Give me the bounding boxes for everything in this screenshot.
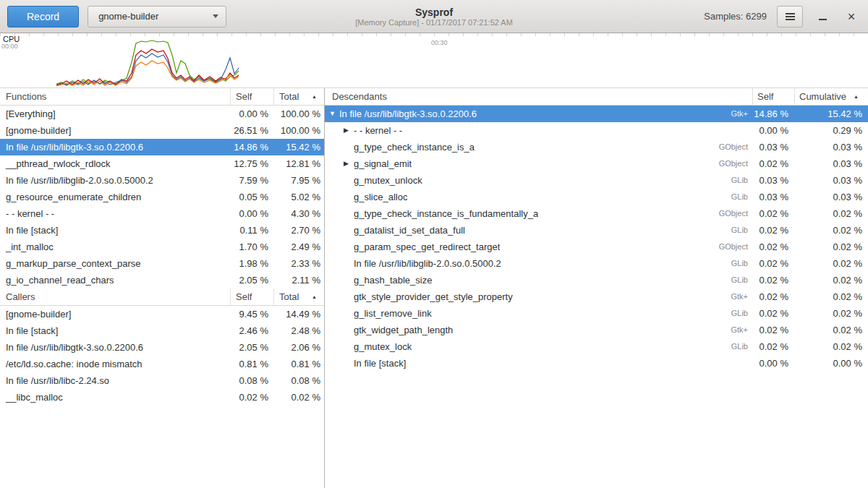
callers-table-row[interactable]: In file /usr/lib/libc-2.24.so0.08 %0.08 …: [0, 372, 324, 389]
descendants-table-row[interactable]: g_list_remove_linkGLib0.02 %0.02 %: [325, 305, 868, 322]
descendants-table-row[interactable]: g_type_check_instance_is_aGObject0.03 %0…: [325, 139, 868, 155]
descendants-table-row[interactable]: ▶- - kernel - -0.00 %0.29 %: [325, 122, 868, 139]
close-button[interactable]: ×: [842, 7, 861, 26]
function-name: g_io_channel_read_chars: [0, 272, 230, 288]
functions-table-row[interactable]: g_io_channel_read_chars2.05 %2.11 %: [0, 272, 324, 288]
right-panel: Descendants Self Cumulative ▲ ▼In file /…: [325, 88, 868, 488]
callers-column-header[interactable]: Callers: [0, 288, 230, 305]
self-value: 0.02 %: [752, 288, 794, 305]
headerbar-right: Samples: 6299 ×: [704, 6, 861, 27]
total-value: 0.08 %: [273, 372, 324, 389]
function-name: In file /usr/lib/libglib-2.0.so.0.5000.2: [0, 172, 230, 189]
record-button[interactable]: Record: [7, 6, 79, 27]
descendants-table-row[interactable]: In file [stack]0.00 %0.00 %: [325, 355, 868, 372]
callers-self-column-header[interactable]: Self: [230, 288, 273, 305]
menu-button[interactable]: [777, 6, 803, 27]
library-badge: GObject: [719, 205, 752, 222]
functions-total-column-label: Total: [279, 88, 299, 105]
library-badge: Gtk+: [731, 288, 752, 305]
self-value: 0.02 %: [752, 255, 794, 272]
callers-table-row[interactable]: /etc/ld.so.cache: inode mismatch0.81 %0.…: [0, 356, 324, 372]
functions-table: [Everything]0.00 %100.00 %[gnome-builder…: [0, 106, 324, 288]
function-name: g_type_check_instance_is_a: [354, 139, 475, 155]
function-name: [gnome-builder]: [0, 122, 230, 139]
self-value: 0.81 %: [230, 356, 273, 372]
self-value: 1.70 %: [230, 239, 273, 255]
callers-table-row[interactable]: [gnome-builder]9.45 %14.49 %: [0, 306, 324, 322]
descendants-table-row[interactable]: g_mutex_unlockGLib0.03 %0.03 %: [325, 172, 868, 189]
library-badge: GLib: [731, 172, 752, 189]
cpu-graph[interactable]: CPU 00:00 00:30: [0, 33, 868, 88]
self-value: 0.00 %: [752, 355, 794, 372]
self-value: 2.46 %: [230, 322, 273, 339]
descendants-self-column-header[interactable]: Self: [752, 88, 794, 105]
callers-table-row[interactable]: __libc_malloc0.02 %0.02 %: [0, 389, 324, 406]
functions-total-column-header[interactable]: Total ▲: [273, 88, 324, 105]
functions-table-row[interactable]: - - kernel - -0.00 %4.30 %: [0, 205, 324, 222]
functions-table-header: Functions Self Total ▲: [0, 88, 324, 106]
descendants-table-row[interactable]: g_mutex_lockGLib0.02 %0.02 %: [325, 338, 868, 355]
cumulative-value: 15.42 %: [794, 106, 868, 122]
library-badge: GLib: [731, 338, 752, 355]
self-value: 0.03 %: [752, 139, 794, 155]
function-name: g_datalist_id_set_data_full: [354, 222, 465, 239]
descendants-column-header[interactable]: Descendants: [325, 88, 752, 105]
time-label-start: 00:00: [1, 43, 18, 50]
descendants-table-row[interactable]: g_slice_allocGLib0.03 %0.03 %: [325, 189, 868, 205]
callers-total-column-header[interactable]: Total ▲: [273, 288, 324, 305]
function-name: g_resource_enumerate_children: [0, 189, 230, 205]
functions-table-row[interactable]: g_resource_enumerate_children0.05 %5.02 …: [0, 189, 324, 205]
total-value: 2.33 %: [273, 255, 324, 272]
function-name: g_markup_parse_context_parse: [0, 255, 230, 272]
self-value: 0.11 %: [230, 222, 273, 239]
total-value: 0.81 %: [273, 356, 324, 372]
self-value: 0.02 %: [752, 305, 794, 322]
cumulative-value: 0.03 %: [794, 189, 868, 205]
functions-table-row[interactable]: __pthread_rwlock_rdlock12.75 %12.81 %: [0, 155, 324, 172]
minimize-button[interactable]: [813, 7, 832, 26]
library-badge: Gtk+: [731, 106, 752, 122]
functions-self-column-header[interactable]: Self: [230, 88, 273, 105]
tree-expander-expanded-icon[interactable]: ▼: [329, 106, 339, 122]
functions-table-row[interactable]: _int_malloc1.70 %2.49 %: [0, 239, 324, 255]
descendants-cumulative-column-header[interactable]: Cumulative ▲: [794, 88, 868, 105]
functions-table-row[interactable]: g_markup_parse_context_parse1.98 %2.33 %: [0, 255, 324, 272]
library-badge: GLib: [731, 222, 752, 239]
callers-table-row[interactable]: In file /usr/lib/libgtk-3.so.0.2200.62.0…: [0, 339, 324, 356]
library-badge: GLib: [731, 272, 752, 288]
descendants-table-row[interactable]: gtk_widget_path_lengthGtk+0.02 %0.02 %: [325, 322, 868, 338]
descendants-table-row[interactable]: In file /usr/lib/libglib-2.0.so.0.5000.2…: [325, 255, 868, 272]
total-value: 100.00 %: [273, 106, 324, 122]
functions-column-header[interactable]: Functions: [0, 88, 230, 105]
functions-table-row[interactable]: [Everything]0.00 %100.00 %: [0, 106, 324, 122]
functions-table-row[interactable]: In file /usr/lib/libgtk-3.so.0.2200.614.…: [0, 139, 324, 155]
tree-expander-collapsed-icon[interactable]: ▶: [344, 122, 354, 139]
cumulative-value: 0.02 %: [794, 255, 868, 272]
window-title: Sysprof: [355, 6, 513, 17]
callers-total-column-label: Total: [279, 288, 299, 305]
descendants-table-row[interactable]: g_param_spec_get_redirect_targetGObject0…: [325, 239, 868, 255]
cumulative-value: 0.02 %: [794, 288, 868, 305]
self-value: 14.86 %: [752, 106, 794, 122]
function-name: In file /usr/lib/libgtk-3.so.0.2200.6: [339, 106, 477, 122]
functions-table-row[interactable]: [gnome-builder]26.51 %100.00 %: [0, 122, 324, 139]
descendants-table-row[interactable]: gtk_style_provider_get_style_propertyGtk…: [325, 288, 868, 305]
descendants-table-row[interactable]: g_datalist_id_set_data_fullGLib0.02 %0.0…: [325, 222, 868, 239]
function-name: In file [stack]: [0, 322, 230, 339]
self-value: 0.02 %: [752, 322, 794, 338]
descendants-table-row[interactable]: ▼In file /usr/lib/libgtk-3.so.0.2200.6Gt…: [325, 106, 868, 122]
descendants-table-row[interactable]: g_type_check_instance_is_fundamentally_a…: [325, 205, 868, 222]
library-badge: Gtk+: [731, 322, 752, 338]
functions-table-row[interactable]: In file [stack]0.11 %2.70 %: [0, 222, 324, 239]
cumulative-value: 0.02 %: [794, 322, 868, 338]
callers-table-row[interactable]: In file [stack]2.46 %2.48 %: [0, 322, 324, 339]
target-selector-dropdown[interactable]: gnome-builder: [88, 6, 226, 27]
library-badge: GObject: [719, 139, 752, 155]
library-badge: GObject: [719, 155, 752, 172]
function-name: In file /usr/lib/libc-2.24.so: [0, 372, 230, 389]
functions-table-row[interactable]: In file /usr/lib/libglib-2.0.so.0.5000.2…: [0, 172, 324, 189]
descendants-table-row[interactable]: g_hash_table_sizeGLib0.02 %0.02 %: [325, 272, 868, 288]
tree-expander-collapsed-icon[interactable]: ▶: [344, 155, 354, 172]
self-value: 0.02 %: [752, 222, 794, 239]
descendants-table-row[interactable]: ▶g_signal_emitGObject0.02 %0.03 %: [325, 155, 868, 172]
